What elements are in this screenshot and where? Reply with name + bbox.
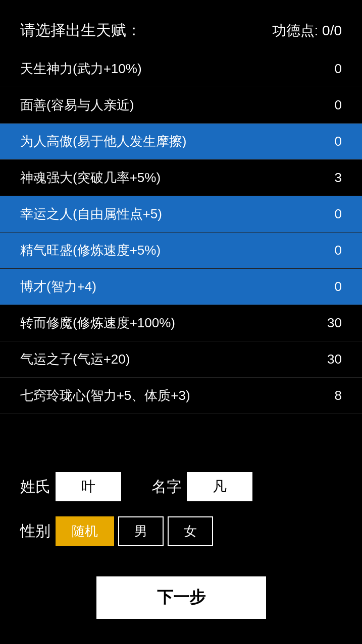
talent-name: 面善(容易与人亲近) [20,96,317,114]
talent-list: 天生神力(武力+10%) 0 面善(容易与人亲近) 0 为人高傲(易于他人发生摩… [0,51,362,414]
gender-random-button[interactable]: 随机 [56,516,114,546]
talent-cost: 0 [317,97,342,113]
gender-row: 性别 随机 男 女 [20,516,342,546]
talent-name: 幸运之人(自由属性点+5) [20,205,317,223]
talent-row[interactable]: 气运之子(气运+20) 30 [0,341,362,378]
talent-cost: 30 [317,315,342,331]
talent-row[interactable]: 面善(容易与人亲近) 0 [0,87,362,124]
gender-male-button[interactable]: 男 [118,516,164,546]
talent-cost: 3 [317,170,342,186]
talent-row[interactable]: 天生神力(武力+10%) 0 [0,51,362,87]
talent-cost: 0 [317,206,342,222]
talent-name: 七窍玲珑心(智力+5、体质+3) [20,387,317,404]
header: 请选择出生天赋： 功德点: 0/0 [0,0,362,51]
talent-name: 精气旺盛(修炼速度+5%) [20,242,317,259]
talent-name: 博才(智力+4) [20,278,317,296]
talent-cost: 0 [317,279,342,295]
talent-name: 为人高傲(易于他人发生摩擦) [20,133,317,150]
talent-name: 天生神力(武力+10%) [20,60,317,78]
talent-cost: 0 [317,61,342,77]
points-value: 0/0 [322,23,342,38]
talent-name: 神魂强大(突破几率+5%) [20,169,317,187]
talent-cost: 30 [317,352,342,367]
next-button[interactable]: 下一步 [96,576,266,619]
talent-cost: 0 [317,243,342,258]
name-input[interactable]: 凡 [187,472,252,501]
talent-row[interactable]: 博才(智力+4) 0 [0,269,362,305]
talent-row[interactable]: 为人高傲(易于他人发生摩擦) 0 [0,124,362,160]
surname-label: 姓氏 [20,477,56,497]
header-title: 请选择出生天赋： [20,20,141,41]
talent-cost: 0 [317,134,342,149]
talent-name: 转而修魔(修炼速度+100%) [20,314,317,332]
surname-row: 姓氏 叶 名字 凡 [20,472,342,501]
talent-row[interactable]: 七窍玲珑心(智力+5、体质+3) 8 [0,378,362,414]
talent-row[interactable]: 幸运之人(自由属性点+5) 0 [0,196,362,232]
talent-name: 气运之子(气运+20) [20,350,317,368]
next-button-row: 下一步 [0,566,362,644]
talent-row[interactable]: 精气旺盛(修炼速度+5%) 0 [0,232,362,269]
header-points: 功德点: 0/0 [272,21,342,40]
name-label: 名字 [151,477,187,497]
talent-row[interactable]: 神魂强大(突破几率+5%) 3 [0,160,362,196]
talent-cost: 8 [317,388,342,403]
form-section: 姓氏 叶 名字 凡 性别 随机 男 女 [0,462,362,566]
talent-row[interactable]: 转而修魔(修炼速度+100%) 30 [0,305,362,341]
surname-input[interactable]: 叶 [56,472,121,501]
points-label: 功德点: [272,23,319,38]
gender-female-button[interactable]: 女 [168,516,213,546]
gender-label: 性别 [20,521,56,542]
main-container: 请选择出生天赋： 功德点: 0/0 天生神力(武力+10%) 0 面善(容易与人… [0,0,362,644]
